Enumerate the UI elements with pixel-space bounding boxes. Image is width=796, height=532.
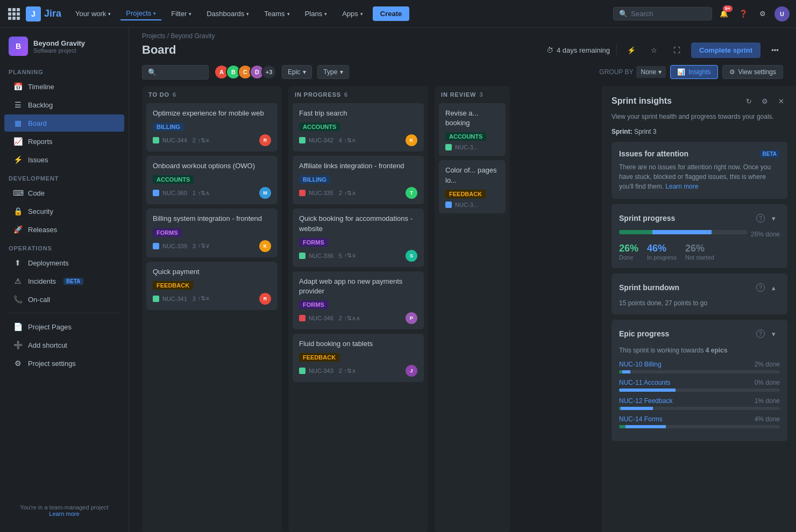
more-avatars[interactable]: +3 [261, 64, 276, 80]
reports-icon: 📈 [13, 137, 23, 146]
sidebar-item-issues[interactable]: ⚡ Issues [4, 151, 124, 168]
sidebar-item-incidents[interactable]: ⚠ Incidents BETA [4, 272, 124, 290]
issues-attention-text: There are no issues for attention right … [619, 162, 780, 191]
epic-name[interactable]: NUC-14 Forms [619, 415, 663, 423]
sidebar-item-backlog[interactable]: ☰ Backlog [4, 96, 124, 113]
collapse-button[interactable]: ▾ [767, 212, 780, 225]
breadcrumb-current[interactable]: Beyond Gravity [170, 32, 215, 40]
epic-name[interactable]: NUC-10 Billing [619, 361, 662, 368]
sidebar-item-project-pages[interactable]: 📄 Project Pages [4, 318, 124, 335]
sidebar-item-label: Deployments [28, 259, 69, 267]
table-row[interactable]: Billing system integration - frontend FO… [146, 209, 278, 257]
insights-button[interactable]: 📊 Insights [670, 65, 717, 79]
refresh-button[interactable]: ↻ [742, 95, 755, 107]
sidebar-item-timeline[interactable]: 📅 Timeline [4, 78, 124, 95]
deployments-icon: ⬆ [13, 258, 23, 267]
issue-type-icon [299, 315, 305, 321]
table-row[interactable]: Quick booking for accommodations - websi… [293, 209, 424, 267]
epic-name[interactable]: NUC-11 Accounts [619, 379, 670, 386]
card-stats: 2 ↑⇅∧ [339, 190, 357, 197]
sidebar-item-add-shortcut[interactable]: ➕ Add shortcut [4, 336, 124, 354]
type-filter[interactable]: Type ▾ [317, 65, 349, 79]
epic-filter[interactable]: Epic ▾ [282, 65, 312, 79]
sprint-timer-text: 4 days remaining [557, 46, 610, 54]
help-icon[interactable]: ? [756, 214, 765, 222]
sidebar-item-deployments[interactable]: ⬆ Deployments [4, 254, 124, 271]
group-by-select[interactable]: None ▾ [636, 66, 666, 78]
table-row[interactable]: Fluid booking on tablets FEEDBACK NUC-34… [293, 334, 424, 382]
create-button[interactable]: Create [373, 6, 409, 21]
sidebar-item-oncall[interactable]: 📞 On-call [4, 291, 124, 308]
sidebar-item-label: On-call [28, 296, 50, 304]
sprint-progress-title: Sprint progress [619, 214, 675, 222]
sprint-label: Sprint: Sprint 3 [612, 128, 787, 135]
card-title: Color of... pages lo... [445, 166, 499, 185]
search-box[interactable]: 🔍 [613, 7, 712, 20]
card-title: Adapt web app no new payments provider [299, 277, 417, 296]
epic-name[interactable]: NUC-12 Feedback [619, 397, 672, 405]
sidebar-item-code[interactable]: ⌨ Code [4, 184, 124, 202]
learn-more-link[interactable]: Learn more [49, 511, 79, 517]
nav-apps[interactable]: Apps ▾ [337, 8, 368, 20]
grid-menu-button[interactable] [6, 6, 22, 21]
table-row[interactable]: Adapt web app no new payments provider F… [293, 271, 424, 329]
project-info: Beyond Gravity Software project [33, 39, 85, 54]
sidebar-item-security[interactable]: 🔒 Security [4, 203, 124, 220]
card-title: Fluid booking on tablets [299, 339, 417, 349]
card-id: NUC-342 [309, 137, 333, 143]
fullscreen-button[interactable]: ⛶ [669, 42, 685, 58]
table-row[interactable]: Revise a... booking ACCOUNTS NUC-3... [439, 103, 506, 156]
complete-sprint-button[interactable]: Complete sprint [691, 42, 761, 58]
column-in-review: IN REVIEW 3 Revise a... booking ACCOUNTS… [435, 86, 510, 532]
table-row[interactable]: Quick payment FEEDBACK NUC-341 3 ↑⇅≡ R [146, 262, 278, 310]
insights-panel-header: Sprint insights ↻ ⚙ ✕ [612, 95, 787, 107]
sidebar-divider [9, 313, 120, 313]
avatar-group: A B C D +3 [214, 64, 276, 80]
collapse-button[interactable]: ▴ [767, 281, 780, 294]
star-button[interactable]: ☆ [646, 42, 662, 58]
table-row[interactable]: Color of... pages lo... FEEDBACK NUC-3..… [439, 160, 506, 213]
nav-teams[interactable]: Teams ▾ [259, 8, 295, 20]
help-button[interactable]: ❓ [736, 6, 751, 21]
table-row[interactable]: Fast trip search ACCOUNTS NUC-342 4 ↑⇅≡ … [293, 103, 424, 152]
chevron-down-icon: ▾ [108, 11, 111, 17]
collapse-button[interactable]: ▾ [767, 327, 780, 340]
code-icon: ⌨ [13, 189, 23, 197]
notification-badge: 9+ [723, 5, 733, 12]
user-avatar[interactable]: U [774, 6, 790, 21]
settings-button[interactable]: ⚙ [755, 6, 770, 21]
settings-button[interactable]: ⚙ [758, 95, 771, 107]
card-title: Affiliate links integration - frontend [299, 161, 417, 171]
sidebar-item-reports[interactable]: 📈 Reports [4, 133, 124, 150]
nav-filter[interactable]: Filter ▾ [166, 8, 197, 20]
notifications-button[interactable]: 🔔 9+ [716, 6, 731, 21]
board-search[interactable]: 🔍 [142, 65, 209, 80]
column-cards-in-review: Revise a... booking ACCOUNTS NUC-3... Co… [435, 101, 510, 532]
help-icon[interactable]: ? [756, 283, 765, 292]
chevron-down-icon: ▾ [658, 68, 662, 76]
board-search-input[interactable] [160, 68, 203, 76]
issue-type-icon [445, 202, 452, 208]
table-row[interactable]: Onboard workout options (OWO) ACCOUNTS N… [146, 156, 278, 204]
nav-your-work[interactable]: Your work ▾ [70, 8, 116, 20]
card-meta: NUC-335 2 ↑⇅∧ T [299, 187, 417, 199]
issue-type-icon [299, 190, 305, 196]
nav-plans[interactable]: Plans ▾ [300, 8, 333, 20]
table-row[interactable]: Optimize experience for mobile web BILLI… [146, 103, 278, 152]
nav-dashboards[interactable]: Dashboards ▾ [201, 8, 254, 20]
table-row[interactable]: Affiliate links integration - frontend B… [293, 156, 424, 204]
close-button[interactable]: ✕ [774, 95, 787, 107]
search-input[interactable] [631, 10, 706, 18]
learn-more-link[interactable]: Learn more [665, 183, 698, 190]
help-icon[interactable]: ? [756, 329, 765, 338]
sidebar-item-project-settings[interactable]: ⚙ Project settings [4, 355, 124, 372]
insights-panel-actions: ↻ ⚙ ✕ [742, 95, 787, 107]
more-options-button[interactable]: ••• [767, 42, 783, 58]
sidebar-item-board[interactable]: ▦ Board [4, 114, 124, 132]
lightning-button[interactable]: ⚡ [623, 42, 639, 58]
logo[interactable]: J Jira [26, 6, 61, 21]
view-settings-button[interactable]: ⚙ View settings [722, 65, 783, 79]
breadcrumb-projects[interactable]: Projects [142, 32, 165, 40]
sidebar-item-releases[interactable]: 🚀 Releases [4, 221, 124, 238]
nav-projects[interactable]: Projects ▾ [120, 7, 161, 20]
